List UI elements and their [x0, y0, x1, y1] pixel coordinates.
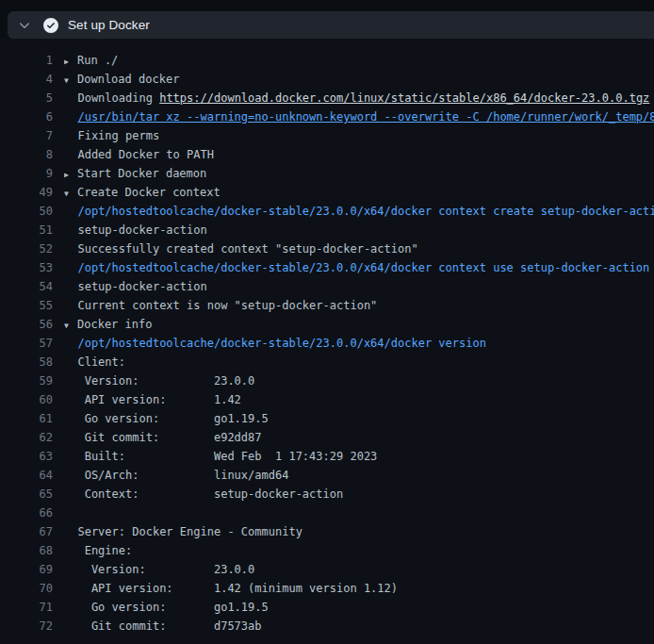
log-line: 63 Built: Wed Feb 1 17:43:29 2023: [15, 447, 654, 466]
line-content: API version: 1.42 (minimum version 1.12): [64, 579, 654, 598]
log-link[interactable]: https://download.docker.com/linux/static…: [159, 91, 649, 105]
line-content: Engine:: [64, 541, 654, 560]
step-title: Set up Docker: [68, 18, 150, 32]
line-number[interactable]: 8: [15, 145, 53, 164]
line-number[interactable]: 5: [15, 89, 53, 107]
log-line: 68 Engine:: [15, 541, 654, 560]
log-text: setup-docker-action: [64, 223, 207, 237]
line-content: setup-docker-action: [64, 221, 654, 239]
log-line: 7 Fixing perms: [15, 126, 654, 145]
group-expanded-icon[interactable]: ▼: [64, 72, 73, 89]
log-line: 60 API version: 1.42: [15, 390, 654, 409]
line-number[interactable]: 53: [15, 258, 53, 277]
line-number[interactable]: 55: [15, 296, 53, 315]
line-number[interactable]: 67: [15, 522, 53, 541]
group-collapsed-icon[interactable]: ▶: [64, 53, 73, 70]
log-text: Client:: [64, 355, 125, 369]
line-number[interactable]: 63: [15, 447, 53, 466]
line-number[interactable]: 57: [15, 334, 53, 353]
log-line: 72 Git commit: d7573ab: [15, 617, 654, 636]
line-content: Downloading https://download.docker.com/…: [64, 89, 654, 107]
line-number[interactable]: 54: [15, 277, 53, 296]
line-number[interactable]: 58: [15, 353, 53, 372]
line-number[interactable]: 9: [15, 164, 53, 183]
log-line: 57 /opt/hostedtoolcache/docker-stable/23…: [15, 334, 654, 353]
line-content: Go version: go1.19.5: [64, 409, 654, 428]
log-command-text: /opt/hostedtoolcache/docker-stable/23.0.…: [77, 261, 649, 274]
line-content: Successfully created context "setup-dock…: [64, 239, 654, 258]
line-number[interactable]: 72: [15, 617, 53, 636]
log-line: 50 /opt/hostedtoolcache/docker-stable/23…: [15, 202, 654, 221]
step-header[interactable]: Set up Docker: [8, 11, 654, 39]
log-line: 62 Git commit: e92dd87: [15, 428, 654, 447]
line-number[interactable]: 71: [15, 598, 53, 617]
line-content: Version: 23.0.0: [64, 560, 654, 579]
log-text: Successfully created context "setup-dock…: [64, 242, 418, 256]
line-number[interactable]: 60: [15, 390, 53, 409]
line-number[interactable]: 68: [15, 541, 53, 560]
log-text: API version: 1.42: [64, 393, 241, 406]
log-line: 52 Successfully created context "setup-d…: [15, 239, 654, 258]
log-text: setup-docker-action: [64, 280, 207, 293]
line-number[interactable]: 64: [15, 466, 53, 485]
line-number[interactable]: 4: [15, 70, 53, 89]
log-line: 59 Version: 23.0.0: [15, 372, 654, 390]
log-text: Downloading: [64, 91, 159, 105]
line-content: /opt/hostedtoolcache/docker-stable/23.0.…: [64, 258, 654, 277]
log-text: Git commit: e92dd87: [64, 431, 262, 444]
line-number[interactable]: 6: [15, 107, 53, 126]
log-text: Context: setup-docker-action: [64, 487, 343, 501]
line-number[interactable]: 69: [15, 560, 53, 579]
log-text: Current context is now "setup-docker-act…: [64, 299, 377, 312]
log-line: 58 Client:: [15, 353, 654, 372]
line-number[interactable]: 70: [15, 579, 53, 598]
group-expanded-icon[interactable]: ▼: [64, 185, 73, 202]
line-content: Client:: [64, 353, 654, 372]
group-collapsed-icon[interactable]: ▶: [64, 166, 73, 183]
line-content: ▶Run ./: [64, 51, 654, 70]
line-number[interactable]: 66: [15, 504, 53, 522]
line-number[interactable]: 65: [15, 485, 53, 504]
log-text: OS/Arch: linux/amd64: [64, 469, 288, 482]
line-number[interactable]: 59: [15, 372, 53, 390]
line-content: OS/Arch: linux/amd64: [64, 466, 654, 485]
log-line: 71 Go version: go1.19.5: [15, 598, 654, 617]
chevron-down-icon[interactable]: [17, 18, 32, 33]
log-line: 1▶Run ./: [15, 51, 654, 70]
group-expanded-icon[interactable]: ▼: [64, 317, 73, 334]
line-content: ▼Create Docker context: [64, 183, 654, 202]
line-number[interactable]: 51: [15, 221, 53, 239]
log-text: [64, 205, 77, 218]
log-area: 1▶Run ./4▼Download docker5 Downloading h…: [0, 39, 654, 644]
log-text: Create Docker context: [77, 186, 221, 199]
line-number[interactable]: 50: [15, 202, 53, 221]
log-text: API version: 1.42 (minimum version 1.12): [64, 582, 398, 595]
line-content: Current context is now "setup-docker-act…: [64, 296, 654, 315]
line-content: [64, 504, 654, 522]
log-line: 56▼Docker info: [15, 315, 654, 334]
line-number[interactable]: 61: [15, 409, 53, 428]
line-number[interactable]: 1: [15, 51, 53, 70]
line-content: Version: 23.0.0: [64, 372, 654, 390]
log-text: Version: 23.0.0: [64, 563, 254, 576]
log-text: Version: 23.0.0: [64, 374, 254, 388]
line-number[interactable]: 49: [15, 183, 53, 202]
line-content: ▼Download docker: [64, 70, 654, 89]
line-content: Fixing perms: [64, 126, 654, 145]
log-line: 67 Server: Docker Engine - Community: [15, 522, 654, 541]
log-text: Built: Wed Feb 1 17:43:29 2023: [64, 450, 377, 463]
log-text: Start Docker daemon: [77, 167, 206, 180]
log-line: 6 /usr/bin/tar xz --warning=no-unknown-k…: [15, 107, 654, 126]
log-line: 9▶Start Docker daemon: [15, 164, 654, 183]
log-text: Download docker: [77, 73, 179, 86]
log-line: 8 Added Docker to PATH: [15, 145, 654, 164]
line-number[interactable]: 62: [15, 428, 53, 447]
line-number[interactable]: 56: [15, 315, 53, 334]
line-number[interactable]: 7: [15, 126, 53, 145]
log-line: 4▼Download docker: [15, 70, 654, 89]
line-content: Git commit: d7573ab: [64, 617, 654, 636]
line-number[interactable]: 52: [15, 239, 53, 258]
line-content: setup-docker-action: [64, 277, 654, 296]
log-line: 49▼Create Docker context: [15, 183, 654, 202]
log-command-text[interactable]: /usr/bin/tar xz --warning=no-unknown-key…: [77, 110, 654, 124]
